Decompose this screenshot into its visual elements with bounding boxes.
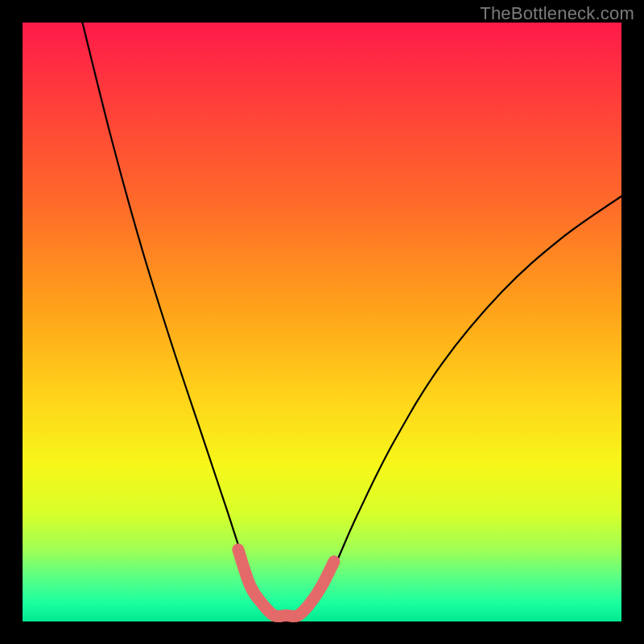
plot-background [23,23,621,621]
chart-stage: TheBottleneck.com [0,0,644,644]
bottleneck-chart [0,0,644,644]
watermark-text: TheBottleneck.com [480,3,634,24]
